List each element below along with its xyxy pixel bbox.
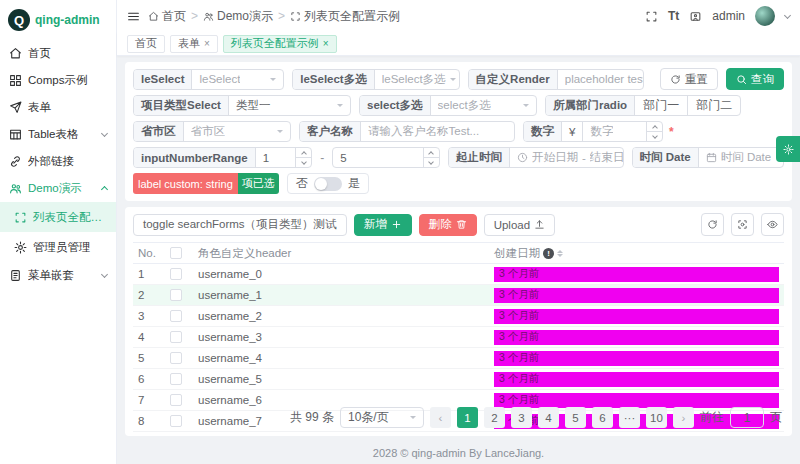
sidebar-item-table[interactable]: Table表格 — [0, 121, 116, 148]
table-row[interactable]: 3 username_2 3 个月前 — [133, 306, 784, 327]
number-stepper[interactable] — [423, 148, 439, 167]
row-checkbox[interactable] — [170, 352, 182, 364]
row-checkbox[interactable] — [170, 373, 182, 385]
row-checkbox[interactable] — [170, 268, 182, 280]
increase-icon[interactable] — [647, 122, 662, 131]
page-button-10[interactable]: 10 — [646, 407, 667, 428]
column-header-date[interactable]: 创建日期 ! — [489, 243, 784, 264]
number-stepper[interactable] — [295, 148, 311, 167]
sort-icon[interactable] — [557, 250, 563, 257]
select-multi-field[interactable]: select多选 select多选 — [359, 95, 537, 116]
chevron-up-icon — [101, 186, 108, 193]
app-logo[interactable]: Q qing-admin — [0, 0, 116, 40]
number-range-from-field[interactable]: inputNumberRange 1 — [133, 147, 312, 168]
sidebar-item-external-link[interactable]: 外部链接 — [0, 148, 116, 175]
row-checkbox[interactable] — [170, 310, 182, 322]
table-row[interactable]: 4 username_3 3 个月前 — [133, 327, 784, 348]
sidebar-item-label: Comps示例 — [28, 73, 107, 88]
increase-icon[interactable] — [424, 148, 439, 157]
select-placeholder: 省市区 — [191, 124, 226, 139]
increase-icon[interactable] — [296, 148, 311, 157]
project-type-select-field[interactable]: 项目类型Select 类型一 — [133, 95, 351, 116]
sidebar-item-demo[interactable]: Demo演示 — [0, 175, 116, 202]
customer-name-field[interactable]: 客户名称 请输入客户名称Test... — [299, 121, 515, 142]
fullscreen-table-button[interactable] — [731, 213, 754, 236]
query-button[interactable]: 查询 — [726, 68, 784, 90]
trash-icon — [456, 219, 467, 230]
breadcrumb-item-demo[interactable]: Demo演示 — [203, 8, 273, 25]
breadcrumb-item-home[interactable]: 首页 — [148, 8, 186, 25]
sidebar-item-comps[interactable]: Comps示例 — [0, 67, 116, 94]
decrease-icon[interactable] — [647, 131, 662, 141]
prev-page-button[interactable]: ‹ — [430, 407, 451, 428]
decrease-icon[interactable] — [424, 157, 439, 167]
row-checkbox[interactable] — [170, 289, 182, 301]
select-all-checkbox[interactable] — [170, 247, 182, 259]
table-row[interactable]: 1 username_0 3 个月前 — [133, 264, 784, 285]
scan-icon — [290, 11, 301, 22]
custom-render-field[interactable]: 自定义Render placeholder test... 666 — [468, 69, 644, 90]
page-button-6[interactable]: 6 — [592, 407, 613, 428]
page-size-select[interactable]: 10条/页 — [340, 407, 424, 428]
more-pages-button[interactable]: ··· — [619, 407, 640, 428]
decrease-icon[interactable] — [296, 157, 311, 167]
close-icon[interactable]: × — [323, 38, 329, 49]
date-field[interactable]: 时间 Date 时间 Date — [632, 147, 784, 168]
column-header-name[interactable]: 角色自定义header — [193, 243, 489, 264]
next-page-button[interactable]: › — [673, 407, 694, 428]
tag-list-page[interactable]: 列表页全配置示例 × — [223, 35, 337, 53]
page-button-4[interactable]: 4 — [538, 407, 559, 428]
number-stepper[interactable] — [646, 122, 662, 141]
sidebar-item-admin-manage[interactable]: 管理员管理 — [0, 232, 116, 262]
avatar[interactable] — [755, 6, 775, 26]
page-button-1[interactable]: 1 — [457, 407, 478, 428]
goto-page-input[interactable]: 1 — [730, 407, 764, 428]
sidebar-item-form[interactable]: 表单 — [0, 94, 116, 121]
delete-button[interactable]: 删除 — [419, 214, 477, 236]
column-visibility-button[interactable] — [761, 213, 784, 236]
main-area: 首页 > Demo演示 > 列表页全配置示例 Tt admin 首页 — [117, 0, 800, 464]
toggle-search-forms-button[interactable]: toggle searchForms（项目类型）测试 — [133, 214, 347, 236]
number-range-to-field[interactable]: 5 — [332, 147, 440, 168]
refresh-table-button[interactable] — [701, 213, 724, 236]
font-size-label: Tt — [668, 9, 679, 23]
font-size-icon[interactable]: Tt — [668, 9, 679, 23]
le-select-field[interactable]: leSelect leSelect — [133, 69, 284, 90]
theme-settings-button[interactable] — [776, 136, 800, 162]
table-row[interactable]: 5 username_4 3 个月前 — [133, 348, 784, 369]
table-row[interactable]: 6 username_5 3 个月前 — [133, 369, 784, 390]
radio-dept-2[interactable]: 部门二 — [687, 96, 740, 115]
column-header-no[interactable]: No. — [133, 243, 165, 264]
close-icon[interactable]: × — [204, 38, 210, 49]
currency-prefix: ¥ — [569, 126, 575, 138]
toggle-switch[interactable] — [314, 177, 342, 191]
search-row-4: inputNumberRange 1 - 5 起止时间 开始日期 - 结束日期 — [133, 147, 784, 168]
home-icon — [148, 11, 159, 22]
collapse-menu-icon[interactable] — [127, 10, 140, 23]
sidebar-item-list-page-demo[interactable]: 列表页全配置示例 — [0, 202, 116, 232]
tag-form[interactable]: 表单 × — [170, 35, 218, 53]
breadcrumb-item-list-page: 列表页全配置示例 — [290, 8, 400, 25]
date-range-field[interactable]: 起止时间 开始日期 - 结束日期 — [448, 147, 624, 168]
fullscreen-icon[interactable] — [645, 10, 658, 23]
upload-button[interactable]: Upload — [484, 214, 555, 236]
chevron-down-icon[interactable] — [784, 11, 791, 18]
tag-home[interactable]: 首页 — [127, 35, 165, 53]
range-separator: - — [320, 151, 324, 165]
page-button-2[interactable]: 2 — [484, 407, 505, 428]
table-row[interactable]: 2 username_1 3 个月前 — [133, 285, 784, 306]
sidebar-item-nested-menu[interactable]: 菜单嵌套 — [0, 262, 116, 289]
number-field[interactable]: 数字 ¥ 数字 — [523, 121, 663, 142]
sidebar-item-home[interactable]: 首页 — [0, 40, 116, 67]
field-label: leSelect多选 — [293, 70, 374, 89]
reset-button[interactable]: 重置 — [660, 68, 718, 90]
region-cascader-field[interactable]: 省市区 省市区 — [133, 121, 291, 142]
page-button-5[interactable]: 5 — [565, 407, 586, 428]
sidebar-item-label: 列表页全配置示例 — [33, 210, 107, 225]
lock-screen-icon[interactable] — [689, 10, 702, 23]
page-button-3[interactable]: 3 — [511, 407, 532, 428]
add-button[interactable]: 新增 — [354, 214, 412, 236]
row-checkbox[interactable] — [170, 331, 182, 343]
radio-dept-1[interactable]: 部门一 — [635, 96, 687, 115]
le-select-multi-field[interactable]: leSelect多选 leSelect多选 — [292, 69, 459, 90]
